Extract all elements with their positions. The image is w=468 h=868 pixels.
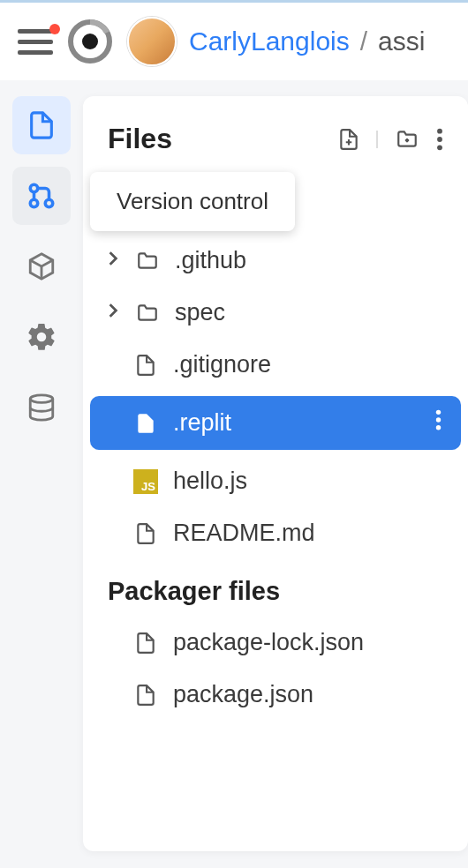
- folder-row-spec[interactable]: spec: [83, 287, 468, 339]
- js-file-icon: JS: [132, 469, 159, 494]
- svg-point-11: [436, 425, 441, 430]
- files-panel: Files Version control: [83, 96, 468, 851]
- svg-point-6: [437, 128, 442, 133]
- svg-point-9: [436, 410, 441, 415]
- notification-dot: [49, 24, 60, 34]
- breadcrumb-separator: /: [360, 26, 367, 56]
- sidebar-version-control-tab[interactable]: [12, 167, 71, 225]
- sidebar-settings-tab[interactable]: [12, 308, 71, 366]
- panel-title: Files: [108, 123, 172, 155]
- folder-row-github[interactable]: .github: [83, 235, 468, 287]
- file-name: package-lock.json: [173, 629, 364, 656]
- file-row-readme[interactable]: README.md: [83, 507, 468, 559]
- header-bar: CarlyLanglois / assi: [0, 3, 468, 80]
- breadcrumb-project[interactable]: assi: [378, 26, 425, 56]
- file-row-hellojs[interactable]: JS hello.js: [83, 455, 468, 507]
- file-icon: [132, 520, 159, 547]
- sidebar-database-tab[interactable]: [12, 378, 71, 437]
- user-avatar[interactable]: [127, 17, 177, 66]
- svg-point-4: [30, 199, 38, 207]
- svg-point-8: [437, 145, 442, 150]
- svg-point-1: [82, 34, 98, 49]
- file-row-menu-button[interactable]: [435, 408, 450, 438]
- file-row-package-json[interactable]: package.json: [83, 669, 468, 721]
- file-icon: [132, 352, 159, 378]
- folder-name: spec: [175, 299, 225, 326]
- new-file-button[interactable]: [337, 126, 360, 153]
- file-name: package.json: [173, 681, 313, 708]
- packager-section-title: Packager files: [83, 559, 468, 617]
- svg-point-3: [45, 199, 53, 207]
- svg-point-10: [436, 417, 441, 422]
- folder-icon: [134, 302, 161, 325]
- file-row-gitignore[interactable]: .gitignore: [83, 339, 468, 391]
- new-folder-button[interactable]: [394, 128, 420, 151]
- svg-point-5: [30, 395, 53, 403]
- file-list: .github spec .gitignore: [83, 173, 468, 721]
- sidebar-files-tab[interactable]: [12, 96, 71, 154]
- svg-point-7: [437, 137, 442, 142]
- breadcrumb: CarlyLanglois / assi: [189, 26, 425, 56]
- file-icon: [132, 630, 159, 656]
- file-name: README.md: [173, 520, 315, 547]
- breadcrumb-user[interactable]: CarlyLanglois: [189, 26, 350, 56]
- file-name: .gitignore: [173, 351, 271, 378]
- sidebar-packages-tab[interactable]: [12, 237, 71, 296]
- chevron-right-icon: [108, 251, 120, 271]
- svg-point-2: [30, 184, 38, 192]
- app-logo[interactable]: [65, 17, 115, 66]
- hamburger-menu[interactable]: [18, 29, 53, 55]
- panel-menu-button[interactable]: [436, 127, 443, 152]
- chevron-right-icon: [108, 303, 120, 323]
- file-icon: [132, 410, 159, 437]
- folder-icon: [134, 250, 161, 273]
- file-name: .replit: [173, 409, 421, 437]
- folder-name: .github: [175, 247, 246, 274]
- action-divider: [376, 131, 378, 148]
- file-row-package-lock[interactable]: package-lock.json: [83, 617, 468, 669]
- sidebar: [12, 96, 83, 851]
- file-icon: [132, 682, 159, 708]
- version-control-tooltip: Version control: [90, 172, 295, 231]
- file-name: hello.js: [173, 468, 247, 495]
- file-row-replit[interactable]: .replit: [90, 396, 461, 450]
